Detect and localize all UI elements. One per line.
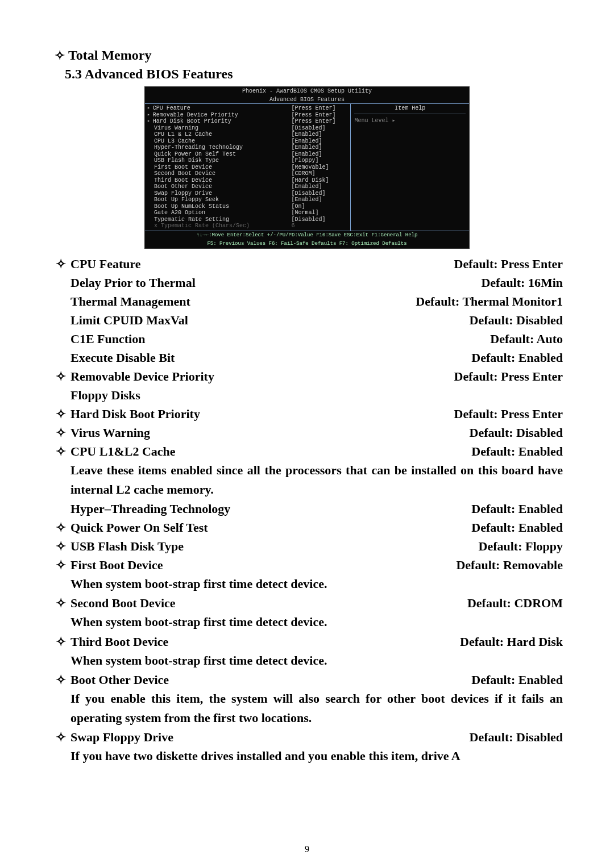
item-label: Swap Floppy Drive (70, 728, 463, 746)
bios-row-value: [Disabled] (291, 190, 348, 197)
item-label: First Boot Device (70, 556, 449, 574)
bios-item-help-header: Item Help (354, 105, 466, 114)
bios-row-label: CPU L3 Cache (154, 138, 291, 145)
item-default: Default: Disabled (463, 423, 563, 442)
diamond-icon: ✧ (51, 632, 70, 651)
bios-row: Third Boot Device[Hard Disk] (147, 177, 348, 184)
bios-title-line-1: Phoenix - AwardBIOS CMOS Setup Utility (145, 87, 469, 95)
list-item: ✧USB Flash Disk TypeDefault: Floppy (51, 537, 563, 556)
list-item: ✧CPU L1&L2 CacheDefault: Enabled (51, 442, 563, 461)
diamond-icon: ✧ (51, 254, 70, 273)
bios-row-label: Typematic Rate Setting (154, 216, 291, 223)
item-label: CPU Feature (70, 254, 447, 273)
list-item: Floppy Disks (51, 386, 563, 404)
list-item: ✧CPU FeatureDefault: Press Enter (51, 254, 563, 273)
paragraph-swap-floppy: If you have two diskette drives installe… (70, 746, 563, 766)
diamond-icon: ✧ (51, 48, 68, 63)
list-item: Execute Disable BitDefault: Enabled (51, 348, 563, 367)
item-default: Default: Disabled (463, 311, 563, 329)
bios-row: Gate A20 Option[Normal] (147, 210, 348, 216)
bios-row: x Typematic Rate (Chars/Sec)6 (147, 223, 348, 229)
bios-row-value: [Floppy] (291, 157, 348, 164)
bios-body: CPU Feature[Press Enter]Removable Device… (145, 103, 469, 231)
item-label: Hyper–Threading Technology (70, 499, 464, 518)
paragraph-boot-other: If you enable this item, the system will… (70, 689, 563, 728)
list-item: Delay Prior to ThermalDefault: 16Min (51, 273, 563, 292)
list-item: ✧Quick Power On Self TestDefault: Enable… (51, 518, 563, 537)
bios-row: CPU L3 Cache[Enabled] (147, 138, 348, 145)
list-item: ✧Second Boot DeviceDefault: CDROM (51, 594, 563, 612)
diamond-icon: ✧ (51, 537, 70, 556)
bios-row-value: [Press Enter] (291, 118, 348, 125)
bios-row: Hard Disk Boot Priority[Press Enter] (147, 118, 348, 125)
diamond-icon: ✧ (51, 367, 70, 386)
bios-row-label: CPU Feature (153, 105, 292, 112)
bios-row: Boot Up Floppy Seek[Enabled] (147, 197, 348, 203)
bios-footer-2: F5: Previous Values F6: Fail-Safe Defaul… (145, 240, 469, 248)
list-item: ✧First Boot DeviceDefault: Removable (51, 556, 563, 574)
bios-row-label: Boot Up NumLock Status (154, 203, 291, 210)
item-label: Hard Disk Boot Priority (70, 404, 447, 423)
diamond-icon: ✧ (51, 442, 70, 461)
diamond-icon: ✧ (51, 423, 70, 442)
bios-title-line-2: Advanced BIOS Features (145, 95, 469, 104)
list-item: ✧Third Boot DeviceDefault: Hard Disk (51, 632, 563, 651)
item-label: Delay Prior to Thermal (70, 273, 474, 292)
item-label: Boot Other Device (70, 670, 464, 689)
bios-row-value: [Disabled] (291, 216, 348, 223)
list-item: ✧Virus WarningDefault: Disabled (51, 423, 563, 442)
bios-footer-1: ↑↓→←:Move Enter:Select +/-/PU/PD:Value F… (145, 231, 469, 240)
bios-row: USB Flash Disk Type[Floppy] (147, 157, 348, 164)
bios-row-label: Virus Warning (154, 125, 291, 132)
item-default: Default: Press Enter (447, 404, 563, 423)
bios-row: Virus Warning[Disabled] (147, 125, 348, 132)
item-default: Default: Enabled (464, 499, 563, 518)
item-default: Default: Enabled (464, 348, 563, 367)
list-item: Hyper–Threading TechnologyDefault: Enabl… (51, 499, 563, 518)
bios-menu-level: Menu Level ▸ (354, 118, 466, 124)
diamond-icon: ✧ (51, 728, 70, 746)
bios-row-value: [Hard Disk] (291, 177, 348, 184)
bios-row-label: CPU L1 & L2 Cache (154, 131, 291, 138)
bios-row-label: Boot Other Device (154, 183, 291, 190)
item-label: CPU L1&L2 Cache (70, 442, 464, 461)
bios-row-value: [Enabled] (291, 144, 348, 151)
bios-row-value: [Enabled] (291, 183, 348, 190)
heading-total-memory-text: Total Memory (68, 48, 151, 63)
list-item: C1E FunctionDefault: Auto (51, 329, 563, 348)
bios-row: CPU Feature[Press Enter] (147, 105, 348, 112)
diamond-icon: ✧ (51, 594, 70, 612)
item-default: Default: Floppy (472, 537, 563, 556)
bios-row: Second Boot Device[CDROM] (147, 170, 348, 177)
list-item: ✧Hard Disk Boot PriorityDefault: Press E… (51, 404, 563, 423)
bios-row: Boot Other Device[Enabled] (147, 183, 348, 190)
item-label: Virus Warning (70, 423, 463, 442)
bios-row-label: Swap Floppy Drive (154, 190, 291, 197)
paragraph-second-boot: When system boot-strap first time detect… (70, 612, 563, 632)
item-label: Execute Disable Bit (70, 348, 464, 367)
item-default: Default: Auto (483, 329, 563, 348)
list-item: Thermal ManagementDefault: Thermal Monit… (51, 292, 563, 311)
bios-row-label: Third Boot Device (154, 177, 291, 184)
list-item: ✧Removable Device PriorityDefault: Press… (51, 367, 563, 386)
bios-row: Quick Power On Self Test[Enabled] (147, 151, 348, 158)
bios-row-value: 6 (291, 223, 348, 229)
bios-row-value: [CDROM] (291, 170, 348, 177)
bios-row-label: Gate A20 Option (154, 210, 291, 216)
item-label: USB Flash Disk Type (70, 537, 472, 556)
heading-total-memory: ✧ Total Memory (51, 48, 563, 63)
item-label: Quick Power On Self Test (70, 518, 464, 537)
bios-row-value: [Enabled] (291, 151, 348, 158)
bios-row-label: Second Boot Device (154, 170, 291, 177)
item-label: Thermal Management (70, 292, 409, 311)
diamond-icon: ✧ (51, 556, 70, 574)
bios-row-label: USB Flash Disk Type (154, 157, 291, 164)
bios-row: CPU L1 & L2 Cache[Enabled] (147, 131, 348, 138)
bios-row-value: [Enabled] (291, 131, 348, 138)
document-page: ✧ Total Memory 5.3 Advanced BIOS Feature… (0, 0, 614, 868)
item-default: Default: Enabled (464, 518, 563, 537)
bios-row-label: Removable Device Priority (153, 112, 292, 119)
diamond-icon: ✧ (51, 404, 70, 423)
item-default: Default: CDROM (460, 594, 563, 612)
item-default: Default: Enabled (464, 670, 563, 689)
